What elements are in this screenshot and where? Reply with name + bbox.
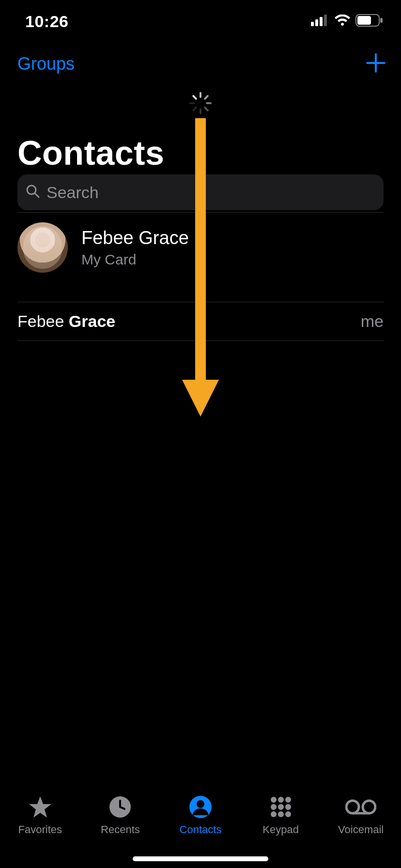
star-icon	[28, 794, 53, 820]
svg-point-23	[278, 797, 284, 803]
search-icon	[25, 184, 41, 201]
svg-rect-2	[320, 17, 323, 26]
contacts-list: Febee Grace My Card Febee Grace me	[17, 212, 401, 341]
contact-tag-me: me	[361, 312, 384, 331]
battery-icon	[355, 14, 384, 29]
search-bar[interactable]	[17, 174, 384, 210]
svg-point-29	[278, 811, 284, 817]
svg-point-25	[271, 804, 277, 810]
tab-label: Voicemail	[338, 823, 384, 836]
svg-line-12	[193, 108, 196, 110]
clock-icon	[108, 795, 132, 819]
tab-recents[interactable]: Recents	[84, 794, 156, 836]
my-card-subtitle: My Card	[81, 251, 189, 268]
contact-first-name: Febee	[17, 312, 64, 330]
svg-rect-6	[380, 18, 383, 23]
my-card-row[interactable]: Febee Grace My Card	[17, 213, 401, 282]
svg-line-8	[205, 96, 208, 99]
avatar	[17, 222, 68, 273]
svg-point-30	[285, 811, 291, 817]
svg-rect-5	[357, 16, 371, 25]
tab-favorites[interactable]: Favorites	[4, 794, 77, 836]
nav-bar: Groups	[0, 43, 401, 85]
tab-label: Keypad	[262, 823, 299, 836]
tab-label: Contacts	[180, 823, 222, 836]
voicemail-icon	[345, 798, 376, 816]
svg-point-32	[363, 801, 375, 813]
status-time: 10:26	[25, 12, 68, 31]
keypad-icon	[269, 795, 293, 819]
contact-last-name: Grace	[69, 312, 115, 330]
svg-line-16	[35, 193, 39, 197]
status-icons	[311, 14, 384, 29]
contact-row[interactable]: Febee Grace me	[17, 302, 401, 341]
tab-label: Favorites	[18, 823, 62, 836]
svg-rect-0	[311, 22, 314, 26]
svg-point-21	[197, 800, 204, 808]
contact-name: Febee Grace	[17, 312, 115, 331]
svg-point-31	[346, 801, 359, 813]
tab-bar: Favorites Recents Contacts	[0, 786, 401, 868]
svg-point-24	[285, 797, 291, 803]
plus-icon	[365, 52, 386, 74]
groups-button[interactable]: Groups	[17, 54, 75, 74]
person-circle-icon	[188, 795, 213, 819]
add-contact-button[interactable]	[365, 52, 386, 76]
svg-point-27	[285, 804, 291, 810]
my-card-name: Febee Grace	[81, 228, 189, 248]
tab-keypad[interactable]: Keypad	[245, 794, 317, 836]
cellular-icon	[311, 15, 329, 28]
svg-rect-1	[315, 19, 318, 26]
svg-rect-3	[324, 15, 327, 26]
page-title: Contacts	[17, 134, 164, 172]
svg-point-22	[271, 797, 277, 803]
loading-spinner	[0, 91, 401, 115]
search-input[interactable]	[46, 183, 376, 202]
tab-label: Recents	[101, 823, 140, 836]
wifi-icon	[334, 15, 351, 28]
svg-point-26	[278, 804, 284, 810]
svg-marker-18	[182, 380, 219, 417]
tab-contacts[interactable]: Contacts	[164, 794, 237, 836]
tab-voicemail[interactable]: Voicemail	[324, 794, 397, 836]
svg-line-10	[205, 108, 208, 110]
status-bar: 10:26	[0, 0, 401, 43]
svg-line-14	[193, 96, 196, 99]
home-indicator	[133, 856, 268, 861]
svg-point-28	[271, 811, 277, 817]
divider	[17, 341, 384, 341]
